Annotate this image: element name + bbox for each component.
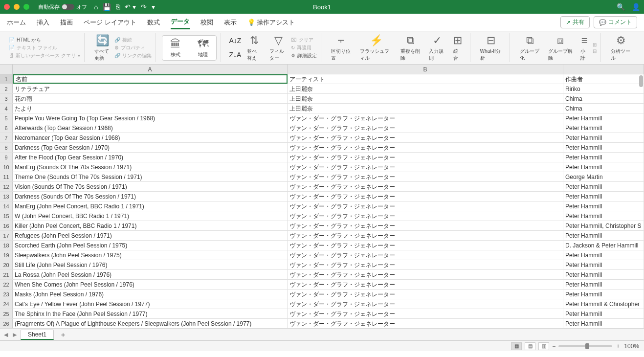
row-header[interactable]: 12 bbox=[0, 182, 13, 191]
cell[interactable]: ヴァン・ダー・グラフ・ジェネレーター bbox=[288, 201, 563, 211]
cell[interactable]: 上田麗奈 bbox=[288, 84, 563, 93]
add-sheet-button[interactable]: ＋ bbox=[57, 331, 69, 339]
cell[interactable]: Peter Hammill bbox=[563, 113, 644, 123]
account-icon[interactable]: 👤 bbox=[632, 3, 640, 11]
row-header[interactable]: 13 bbox=[0, 192, 13, 201]
cell[interactable]: ヴァン・ダー・グラフ・ジェネレーター bbox=[288, 123, 563, 133]
table-row[interactable]: 7Necromancer (Top Gear Session / 1968)ヴァ… bbox=[0, 133, 644, 143]
undo-icon[interactable]: ↶ ▾ bbox=[125, 3, 136, 11]
save-icon[interactable]: 💾 bbox=[103, 3, 111, 11]
cell[interactable]: Peter Hammill bbox=[563, 250, 644, 260]
cell[interactable]: George Martin bbox=[563, 172, 644, 181]
cell[interactable]: ヴァン・ダー・グラフ・ジェネレーター bbox=[288, 319, 563, 328]
cell[interactable]: Still Life (John Peel Session / 1976) bbox=[13, 260, 288, 269]
cell[interactable]: ヴァン・ダー・グラフ・ジェネレーター bbox=[288, 221, 563, 230]
table-row[interactable]: 18Scorched Earth (John Peel Session / 19… bbox=[0, 241, 644, 250]
cell[interactable]: Darkness (Sounds Of The 70s Session / 19… bbox=[13, 192, 288, 201]
row-header[interactable]: 21 bbox=[0, 270, 13, 279]
cell[interactable]: Peter Hammill bbox=[563, 211, 644, 221]
cell[interactable]: Peter Hammill bbox=[563, 231, 644, 240]
table-row[interactable]: 23Masks (John Peel Session / 1976)ヴァン・ダー… bbox=[0, 290, 644, 299]
what-if-button[interactable]: ⊟What-If分析 bbox=[476, 34, 506, 62]
cell[interactable]: Peter Hammill bbox=[563, 290, 644, 299]
sheet-nav-prev[interactable]: ◀ bbox=[3, 332, 9, 338]
autosave-toggle[interactable]: 自動保存 オフ bbox=[38, 3, 87, 11]
hide-detail-button[interactable]: ⊟ bbox=[593, 48, 597, 54]
row-header[interactable]: 26 bbox=[0, 319, 13, 328]
table-row[interactable]: 9After the Flood (Top Gear Session / 197… bbox=[0, 153, 644, 162]
tab-view[interactable]: 表示 bbox=[224, 16, 237, 29]
table-row[interactable]: 8Darkness (Top Gear Session / 1970)ヴァン・ダ… bbox=[0, 143, 644, 153]
cell[interactable]: 名前 bbox=[13, 74, 288, 84]
close-window[interactable] bbox=[4, 4, 10, 10]
normal-view-button[interactable]: ▦ bbox=[511, 342, 522, 350]
cell[interactable]: The Sphinx In the Face (John Peel Sessio… bbox=[13, 309, 288, 318]
filter-button[interactable]: ▽フィルター bbox=[266, 33, 291, 62]
cell[interactable]: When She Comes (John Peel Session / 1976… bbox=[13, 280, 288, 289]
cell[interactable]: Peter Hammill bbox=[563, 133, 644, 142]
cell[interactable]: ヴァン・ダー・グラフ・ジェネレーター bbox=[288, 250, 563, 260]
minimize-window[interactable] bbox=[14, 4, 20, 10]
cell[interactable]: ヴァン・ダー・グラフ・ジェネレーター bbox=[288, 241, 563, 250]
cell[interactable]: Darkness (Top Gear Session / 1970) bbox=[13, 143, 288, 152]
cell[interactable]: ヴァン・ダー・グラフ・ジェネレーター bbox=[288, 211, 563, 221]
cell[interactable]: ヴァン・ダー・グラフ・ジェネレーター bbox=[288, 290, 563, 299]
table-row[interactable]: 6Afterwards (Top Gear Session / 1968)ヴァン… bbox=[0, 123, 644, 133]
spreadsheet-grid[interactable]: 1名前アーティスト作曲者2リテラチュア上田麗奈Ririko3花の雨上田麗奈Chi… bbox=[0, 74, 644, 329]
cell[interactable]: ヴァン・ダー・グラフ・ジェネレーター bbox=[288, 113, 563, 123]
tab-insert[interactable]: 挿入 bbox=[37, 16, 49, 29]
table-row[interactable]: 22When She Comes (John Peel Session / 19… bbox=[0, 280, 644, 290]
tab-data[interactable]: データ bbox=[171, 15, 190, 29]
cell[interactable]: Peter Hammill bbox=[563, 201, 644, 211]
select-all-corner[interactable] bbox=[0, 65, 13, 74]
remove-duplicates-button[interactable]: ⧉重複を削除 bbox=[397, 33, 425, 62]
row-header[interactable]: 17 bbox=[0, 231, 13, 240]
table-row[interactable]: 16Killer (John Peel Concert, BBC Radio 1… bbox=[0, 221, 644, 231]
cell[interactable]: Peter Hammill bbox=[563, 319, 644, 328]
cell[interactable]: ヴァン・ダー・グラフ・ジェネレーター bbox=[288, 162, 563, 172]
row-header[interactable]: 8 bbox=[0, 143, 13, 152]
cell[interactable]: ヴァン・ダー・グラフ・ジェネレーター bbox=[288, 260, 563, 269]
cell[interactable]: After the Flood (Top Gear Session / 1970… bbox=[13, 153, 288, 162]
row-header[interactable]: 19 bbox=[0, 250, 13, 260]
cell[interactable]: Vision (Sounds Of The 70s Session / 1971… bbox=[13, 182, 288, 191]
cell[interactable]: ヴァン・ダー・グラフ・ジェネレーター bbox=[288, 133, 563, 142]
cell[interactable]: ヴァン・ダー・グラフ・ジェネレーター bbox=[288, 192, 563, 201]
cell[interactable]: Peter Hammill bbox=[563, 182, 644, 191]
table-row[interactable]: 21La Rossa (John Peel Session / 1976)ヴァン… bbox=[0, 270, 644, 280]
flash-fill-button[interactable]: ⚡フラッシュフィル bbox=[356, 33, 397, 62]
row-header[interactable]: 25 bbox=[0, 309, 13, 318]
show-detail-button[interactable]: ⊞ bbox=[593, 42, 597, 48]
cell[interactable]: ヴァン・ダー・グラフ・ジェネレーター bbox=[288, 299, 563, 309]
qat-customize-icon[interactable]: ▾ bbox=[152, 3, 155, 11]
row-header[interactable]: 2 bbox=[0, 84, 13, 93]
stocks-button[interactable]: 🏛株式 bbox=[166, 38, 185, 58]
cell[interactable]: Chima bbox=[563, 104, 644, 113]
page-layout-view-button[interactable]: ▤ bbox=[525, 342, 535, 350]
geography-button[interactable]: 🗺地理 bbox=[194, 38, 212, 58]
cell[interactable]: People You Were Going To (Top Gear Sessi… bbox=[13, 113, 288, 123]
row-header[interactable]: 4 bbox=[0, 104, 13, 113]
cell[interactable]: リテラチュア bbox=[13, 84, 288, 93]
tab-formulas[interactable]: 数式 bbox=[147, 16, 160, 29]
page-break-view-button[interactable]: ▥ bbox=[538, 342, 549, 350]
new-db-query-button[interactable]: 🗄 新しいデータベース クエリ ▾ bbox=[9, 52, 80, 60]
properties-button[interactable]: ⚙ プロパティ bbox=[114, 44, 152, 52]
table-row[interactable]: 17Refugees (John Peel Session / 1971)ヴァン… bbox=[0, 231, 644, 241]
reapply-button[interactable]: ↻ 再適用 bbox=[291, 44, 317, 52]
table-row[interactable]: 11Theme One (Sounds Of The 70s Session /… bbox=[0, 172, 644, 182]
cell[interactable]: ヴァン・ダー・グラフ・ジェネレーター bbox=[288, 153, 563, 162]
analysis-tools-button[interactable]: ⚙分析ツール bbox=[607, 34, 635, 62]
table-row[interactable]: 26(Fragments Of) A Plague of Lighthouse … bbox=[0, 319, 644, 329]
row-header[interactable]: 18 bbox=[0, 241, 13, 250]
row-header[interactable]: 6 bbox=[0, 123, 13, 133]
export-icon[interactable]: ⎘ bbox=[116, 3, 120, 11]
row-header[interactable]: 11 bbox=[0, 172, 13, 181]
table-row[interactable]: 4たより上田麗奈Chima bbox=[0, 104, 644, 113]
table-row[interactable]: 5People You Were Going To (Top Gear Sess… bbox=[0, 113, 644, 123]
scroll-thumb[interactable] bbox=[639, 75, 643, 87]
cell[interactable]: アーティスト bbox=[288, 74, 563, 84]
cell[interactable]: W (John Peel Concert, BBC Radio 1 / 1971… bbox=[13, 211, 288, 221]
subtotal-button[interactable]: ≡小計 bbox=[577, 33, 593, 62]
advanced-filter-button[interactable]: ⚙ 詳細設定 bbox=[291, 52, 317, 60]
